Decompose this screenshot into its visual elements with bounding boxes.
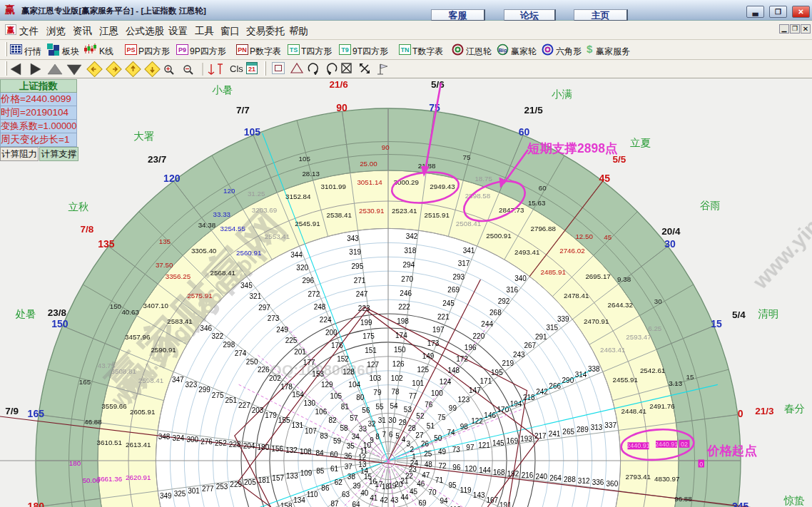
- svg-text:270: 270: [401, 275, 413, 283]
- svg-text:222: 222: [398, 303, 410, 311]
- svg-text:61: 61: [330, 465, 339, 473]
- svg-text:83: 83: [320, 432, 328, 440]
- svg-text:76: 76: [425, 401, 433, 409]
- svg-text:2568.41: 2568.41: [210, 269, 235, 277]
- svg-text:0: 0: [699, 461, 703, 468]
- svg-text:12.50: 12.50: [575, 232, 593, 240]
- svg-text:223: 223: [358, 304, 370, 312]
- svg-text:99: 99: [449, 404, 457, 412]
- svg-text:短期支撑2898点: 短期支撑2898点: [527, 141, 618, 155]
- svg-text:7/8: 7/8: [81, 224, 94, 235]
- svg-text:192: 192: [507, 470, 519, 478]
- svg-text:85: 85: [316, 467, 325, 475]
- svg-text:292: 292: [498, 297, 510, 305]
- svg-text:50.00: 50.00: [83, 476, 101, 484]
- svg-text:25.00: 25.00: [360, 160, 377, 168]
- svg-text:48: 48: [425, 461, 433, 468]
- svg-text:220: 220: [473, 332, 485, 340]
- svg-text:2493.41: 2493.41: [514, 248, 539, 256]
- svg-text:318: 318: [405, 247, 417, 255]
- svg-text:2847.73: 2847.73: [499, 206, 524, 214]
- svg-text:314: 314: [575, 371, 587, 379]
- svg-text:3407.10: 3407.10: [143, 302, 169, 309]
- svg-text:217: 217: [534, 432, 547, 440]
- svg-text:312: 312: [578, 477, 590, 485]
- svg-text:253: 253: [216, 483, 228, 491]
- svg-text:7/7: 7/7: [236, 105, 250, 116]
- svg-text:2455.91: 2455.91: [613, 376, 638, 384]
- svg-text:157: 157: [272, 474, 284, 482]
- svg-text:40.63: 40.63: [121, 308, 139, 316]
- svg-text:谷雨: 谷雨: [700, 200, 721, 211]
- svg-text:28.13: 28.13: [302, 170, 320, 178]
- svg-text:45: 45: [410, 488, 418, 496]
- svg-text:63: 63: [342, 491, 350, 498]
- svg-text:20/4: 20/4: [661, 226, 681, 237]
- svg-text:181: 181: [258, 476, 270, 484]
- svg-text:79: 79: [373, 389, 382, 396]
- svg-text:15.63: 15.63: [528, 199, 546, 207]
- svg-text:344: 344: [290, 251, 303, 259]
- svg-text:52: 52: [416, 412, 425, 420]
- svg-text:169: 169: [507, 437, 519, 445]
- svg-text:30: 30: [654, 297, 662, 305]
- svg-text:30: 30: [664, 238, 676, 250]
- svg-text:处暑: 处暑: [15, 308, 36, 319]
- svg-text:289: 289: [577, 426, 589, 434]
- svg-text:345: 345: [240, 282, 253, 290]
- svg-text:2463.41: 2463.41: [600, 346, 625, 354]
- svg-text:178: 178: [280, 383, 293, 391]
- svg-text:175: 175: [362, 332, 375, 340]
- svg-text:40: 40: [360, 489, 369, 497]
- svg-text:02: 02: [681, 441, 688, 448]
- svg-text:242: 242: [536, 388, 548, 396]
- svg-text:2644.32: 2644.32: [608, 301, 633, 309]
- svg-text:3203.69: 3203.69: [252, 206, 277, 214]
- svg-text:288: 288: [564, 476, 576, 483]
- svg-text:229: 229: [230, 481, 242, 488]
- svg-text:180: 180: [69, 459, 81, 467]
- svg-text:55: 55: [375, 403, 384, 411]
- svg-text:248: 248: [314, 303, 326, 311]
- svg-text:124: 124: [440, 378, 452, 386]
- svg-text:150: 150: [110, 302, 122, 310]
- svg-text:125: 125: [417, 366, 429, 374]
- svg-text:171: 171: [480, 377, 492, 385]
- svg-text:5/6: 5/6: [431, 79, 445, 90]
- svg-text:71: 71: [435, 476, 444, 484]
- svg-text:2793.41: 2793.41: [626, 473, 651, 481]
- svg-text:119: 119: [460, 486, 472, 494]
- svg-text:101: 101: [412, 379, 424, 387]
- svg-text:2470.91: 2470.91: [584, 317, 609, 325]
- svg-text:75: 75: [437, 414, 446, 421]
- svg-text:202: 202: [269, 374, 281, 382]
- svg-text:294: 294: [402, 261, 415, 269]
- svg-text:296: 296: [302, 277, 314, 285]
- svg-text:168: 168: [493, 468, 505, 476]
- svg-text:228: 228: [229, 441, 241, 449]
- svg-text:74: 74: [447, 429, 456, 436]
- svg-text:179: 179: [265, 411, 277, 419]
- svg-text:194: 194: [510, 400, 522, 408]
- svg-text:180: 180: [28, 501, 45, 507]
- svg-text:62: 62: [335, 478, 343, 486]
- svg-text:245: 245: [442, 299, 455, 307]
- svg-text:3152.84: 3152.84: [285, 193, 311, 200]
- svg-text:41: 41: [370, 494, 378, 502]
- svg-text:301: 301: [188, 487, 200, 495]
- svg-text:2575.91: 2575.91: [187, 292, 212, 299]
- svg-text:35: 35: [347, 442, 355, 450]
- svg-text:336: 336: [592, 478, 604, 486]
- svg-text:75: 75: [429, 102, 440, 113]
- svg-text:56: 56: [362, 406, 370, 414]
- svg-text:349: 349: [160, 492, 172, 500]
- svg-text:2796.88: 2796.88: [530, 225, 556, 232]
- svg-text:5/5: 5/5: [613, 154, 626, 165]
- svg-text:298: 298: [223, 341, 235, 349]
- svg-text:322: 322: [211, 332, 223, 340]
- svg-text:2593.47: 2593.47: [626, 333, 651, 341]
- svg-text:129: 129: [321, 381, 333, 389]
- svg-text:43: 43: [390, 496, 399, 504]
- svg-text:64: 64: [352, 501, 361, 507]
- svg-text:135: 135: [159, 237, 171, 245]
